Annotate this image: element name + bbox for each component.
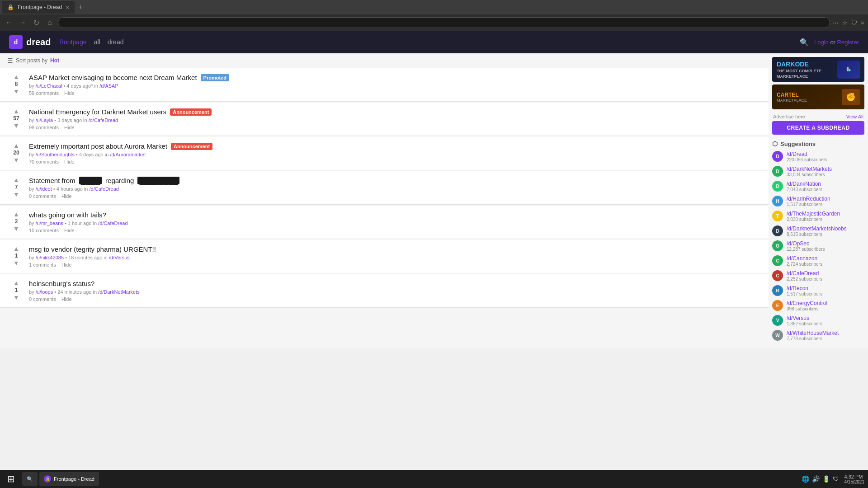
- post-author-link[interactable]: /u/loops: [36, 289, 53, 295]
- suggestion-item[interactable]: C /d/Cannazon 2,724 subscribers: [772, 255, 864, 267]
- post-author-link[interactable]: /u/mr_beans: [36, 221, 63, 226]
- vote-up-button[interactable]: ▲: [13, 245, 19, 252]
- volume-icon[interactable]: 🔊: [812, 475, 820, 483]
- ad-darkode[interactable]: DARKODE THE MOST COMPLETE MARKETPLACE 🏪: [772, 57, 864, 82]
- hide-link[interactable]: Hide: [64, 228, 75, 233]
- post-sub-link[interactable]: /d/ASAP: [99, 83, 118, 89]
- post-author-link[interactable]: /u/SouthernLights: [36, 152, 75, 157]
- refresh-button[interactable]: ↻: [31, 17, 42, 28]
- comments-link[interactable]: 0 comments: [29, 193, 56, 199]
- post-sub-link[interactable]: /d/CafeDread: [90, 186, 119, 192]
- suggestion-item[interactable]: D /d/Dread 220,056 subscribers: [772, 151, 864, 162]
- network-icon[interactable]: 🌐: [802, 475, 809, 483]
- suggestion-avatar: D: [772, 151, 783, 162]
- nav-all[interactable]: all: [94, 38, 100, 46]
- login-link[interactable]: Login: [814, 39, 829, 46]
- post-sub-link[interactable]: /d/Auroramarket: [110, 152, 146, 157]
- new-tab-button[interactable]: +: [75, 1, 86, 13]
- post-author-link[interactable]: /u/LeChacal: [36, 83, 62, 89]
- close-tab-button[interactable]: ✕: [66, 5, 69, 10]
- post-title[interactable]: National Emergency for Darknet Market us…: [29, 108, 761, 116]
- suggestion-item[interactable]: R /d/Recon 1,517 subscribers: [772, 285, 864, 296]
- suggestion-avatar: C: [772, 270, 783, 281]
- create-subdread-button[interactable]: CREATE A SUBDREAD: [772, 121, 864, 135]
- hide-link[interactable]: Hide: [61, 193, 72, 199]
- vote-down-button[interactable]: ▼: [13, 294, 19, 300]
- hide-link[interactable]: Hide: [61, 296, 72, 302]
- view-all-link[interactable]: View All: [846, 114, 863, 119]
- vote-down-button[interactable]: ▼: [13, 191, 19, 197]
- register-link[interactable]: Register: [837, 39, 859, 46]
- suggestion-item[interactable]: H /d/HarmReduction 1,517 subscribers: [772, 196, 864, 207]
- suggestion-item[interactable]: E /d/EnergyControl 398 subscribers: [772, 300, 864, 311]
- suggestion-avatar: H: [772, 196, 783, 206]
- post-title[interactable]: Statement from ████ regarding ████████: [29, 177, 761, 184]
- post-title[interactable]: Extremely important post about Aurora Ma…: [29, 142, 761, 150]
- vote-down-button[interactable]: ▼: [13, 122, 19, 129]
- comments-link[interactable]: 1 comments: [29, 262, 56, 267]
- suggestion-item[interactable]: D /d/DankNation 7,043 subscribers: [772, 181, 864, 192]
- post-sub-link[interactable]: /d/DarkNetMarkets: [98, 289, 140, 295]
- vote-down-button[interactable]: ▼: [13, 88, 19, 94]
- suggestion-item[interactable]: T /d/TheMajesticGarden 2,030 subscribers: [772, 211, 864, 222]
- url-bar[interactable]: [58, 17, 830, 28]
- suggestion-subs: 2,252 subscribers: [787, 277, 864, 282]
- vote-up-button[interactable]: ▲: [13, 142, 19, 149]
- post-title[interactable]: whats going on with tails?: [29, 211, 761, 219]
- hide-link[interactable]: Hide: [64, 90, 75, 96]
- comments-link[interactable]: 0 comments: [29, 296, 56, 302]
- taskbar-search[interactable]: 🔍: [22, 472, 38, 484]
- active-tab[interactable]: 🔒 Frontpage - Dread ✕: [2, 1, 75, 14]
- hide-link[interactable]: Hide: [64, 159, 75, 164]
- post-sub-link[interactable]: /d/CafeDread: [89, 117, 118, 123]
- shield-taskbar-icon[interactable]: 🛡: [833, 475, 839, 483]
- comments-link[interactable]: 59 comments: [29, 90, 59, 96]
- post-author-link[interactable]: /u/Layla: [36, 117, 53, 123]
- vote-up-button[interactable]: ▲: [13, 211, 19, 217]
- battery-icon[interactable]: 🔋: [822, 475, 830, 483]
- forward-button[interactable]: →: [17, 17, 28, 28]
- suggestion-item[interactable]: O /d/OpSec 12,287 subscribers: [772, 240, 864, 252]
- post-title[interactable]: heinsenburg's status?: [29, 280, 761, 287]
- advertise-link[interactable]: Advertise here: [773, 114, 805, 119]
- menu-icon[interactable]: ≡: [861, 19, 864, 26]
- vote-up-button[interactable]: ▲: [13, 108, 19, 114]
- post-title[interactable]: msg to vendor (tegrity pharma) URGENT!!: [29, 245, 761, 253]
- suggestion-item[interactable]: D /d/DarknetMarketsNoobs 8,615 subscribe…: [772, 225, 864, 237]
- home-button[interactable]: ⌂: [44, 17, 55, 28]
- bookmark-icon[interactable]: ☆: [842, 19, 848, 26]
- shield-icon[interactable]: 🛡: [851, 19, 857, 26]
- post-title-middle: regarding: [105, 177, 134, 184]
- vote-up-button[interactable]: ▲: [13, 74, 19, 80]
- taskbar-app-dread[interactable]: 🔒 Frontpage - Dread: [39, 472, 99, 484]
- post-author-link[interactable]: /u/nikk42085: [36, 255, 64, 260]
- vote-down-button[interactable]: ▼: [13, 157, 19, 163]
- suggestion-item[interactable]: D /d/DarkNetMarkets 33,034 subscribers: [772, 166, 864, 177]
- extensions-icon[interactable]: ⋯: [833, 19, 839, 26]
- back-button[interactable]: ←: [4, 17, 14, 28]
- post-author-link[interactable]: /u/ideot: [36, 186, 52, 192]
- nav-frontpage[interactable]: frontpage: [60, 38, 86, 46]
- vote-down-button[interactable]: ▼: [13, 260, 19, 266]
- start-button[interactable]: ⊞: [4, 472, 19, 484]
- comments-link[interactable]: 98 comments: [29, 125, 59, 130]
- hide-link[interactable]: Hide: [61, 262, 72, 267]
- suggestion-item[interactable]: V /d/Versus 1,862 subscribers: [772, 315, 864, 326]
- vote-up-button[interactable]: ▲: [13, 177, 19, 183]
- sort-value[interactable]: Hot: [50, 57, 59, 64]
- post-sub-link[interactable]: /d/Versus: [109, 255, 130, 260]
- vote-down-button[interactable]: ▼: [13, 225, 19, 232]
- vote-up-button[interactable]: ▲: [13, 280, 19, 286]
- hide-link[interactable]: Hide: [64, 125, 75, 130]
- suggestion-item[interactable]: W /d/WhiteHouseMarket 7,778 subscribers: [772, 330, 864, 341]
- comments-link[interactable]: 10 comments: [29, 228, 59, 233]
- post-title[interactable]: ASAP Market envisaging to become next Dr…: [29, 74, 761, 81]
- vote-section: ▲ 8 ▼: [7, 74, 25, 94]
- site-logo[interactable]: d dread: [9, 35, 51, 49]
- search-button[interactable]: 🔍: [800, 38, 809, 47]
- nav-dread[interactable]: dread: [108, 38, 124, 46]
- comments-link[interactable]: 70 comments: [29, 159, 59, 164]
- suggestion-item[interactable]: C /d/CafeDread 2,252 subscribers: [772, 270, 864, 282]
- post-sub-link[interactable]: /d/CafeDread: [98, 221, 127, 226]
- ad-cartel[interactable]: CARTEL MARKETPLACE ✊: [772, 84, 864, 109]
